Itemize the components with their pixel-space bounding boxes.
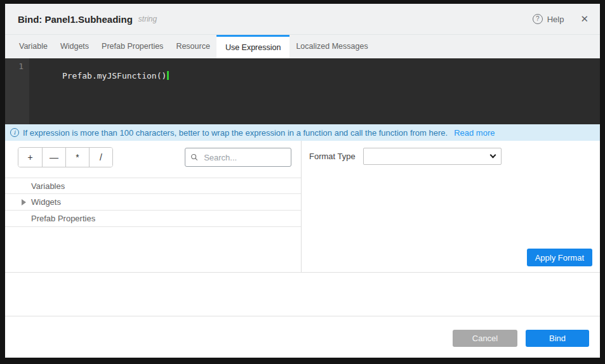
read-more-link[interactable]: Read more — [454, 128, 495, 138]
bind-source-tree: Variables Widgets Prefab Properties — [5, 178, 301, 227]
tab-use-expression[interactable]: Use Expression — [216, 35, 290, 58]
close-icon[interactable]: ✕ — [580, 13, 588, 25]
info-circle-icon: i — [10, 128, 19, 137]
caret-slot — [22, 199, 31, 205]
info-text: If expression is more than 100 character… — [23, 128, 448, 138]
help-label: Help — [547, 15, 564, 24]
line-number: 1 — [18, 62, 23, 71]
editor-code-area[interactable]: Prefab.myJSFunction() — [29, 58, 169, 124]
tree-item-label: Variables — [31, 181, 65, 191]
apply-format-button[interactable]: Apply Format — [527, 249, 592, 266]
minus-operator-button[interactable]: — — [42, 148, 65, 167]
tree-item-label: Widgets — [31, 197, 61, 207]
search-input[interactable] — [203, 152, 286, 163]
main-area: + — * / Variables — [5, 141, 600, 273]
tree-item-widgets[interactable]: Widgets — [5, 194, 301, 211]
operator-button-group: + — * / — [18, 147, 113, 167]
expression-editor[interactable]: 1 Prefab.myJSFunction() — [5, 58, 600, 124]
chevron-right-icon[interactable] — [22, 199, 26, 205]
format-type-select[interactable] — [363, 148, 502, 165]
tree-item-label: Prefab Properties — [31, 214, 95, 223]
tab-localized-messages[interactable]: Localized Messages — [289, 35, 374, 58]
toolbar-row: + — * / — [5, 141, 301, 174]
preview-area — [5, 273, 600, 316]
info-bar: i If expression is more than 100 charact… — [5, 124, 600, 141]
bind-type-label: string — [138, 15, 157, 23]
plus-operator-button[interactable]: + — [18, 148, 42, 167]
tab-variable[interactable]: Variable — [13, 35, 54, 58]
cancel-button[interactable]: Cancel — [453, 330, 517, 347]
divide-operator-button[interactable]: / — [89, 148, 112, 167]
format-type-label: Format Type — [309, 152, 356, 161]
format-panel: Format Type Apply Format — [302, 141, 600, 272]
tree-item-variables[interactable]: Variables — [5, 178, 301, 194]
dialog-header: Bind: Panel1.Subheading string ? Help ✕ — [5, 4, 600, 35]
tab-resource[interactable]: Resource — [170, 35, 216, 58]
format-type-row: Format Type — [302, 148, 600, 165]
editor-gutter: 1 — [5, 58, 29, 124]
help-button[interactable]: ? Help — [533, 14, 564, 24]
bind-sources-panel: + — * / Variables — [5, 141, 302, 272]
question-circle-icon: ? — [533, 14, 543, 24]
multiply-operator-button[interactable]: * — [65, 148, 89, 167]
bind-dialog: Bind: Panel1.Subheading string ? Help ✕ … — [5, 4, 600, 358]
dialog-title: Bind: Panel1.Subheading — [18, 14, 133, 25]
tab-widgets[interactable]: Widgets — [54, 35, 95, 58]
expression-code: Prefab.myJSFunction() — [62, 71, 166, 81]
tab-bar: Variable Widgets Prefab Properties Resou… — [5, 35, 600, 58]
search-icon — [190, 153, 198, 162]
search-box[interactable] — [185, 148, 291, 167]
tree-item-prefab-properties[interactable]: Prefab Properties — [5, 211, 301, 227]
tab-prefab-properties[interactable]: Prefab Properties — [95, 35, 170, 58]
bind-button[interactable]: Bind — [526, 330, 589, 347]
format-type-select-wrap — [363, 148, 502, 165]
text-cursor — [167, 71, 169, 80]
dialog-footer: Cancel Bind — [5, 316, 600, 358]
